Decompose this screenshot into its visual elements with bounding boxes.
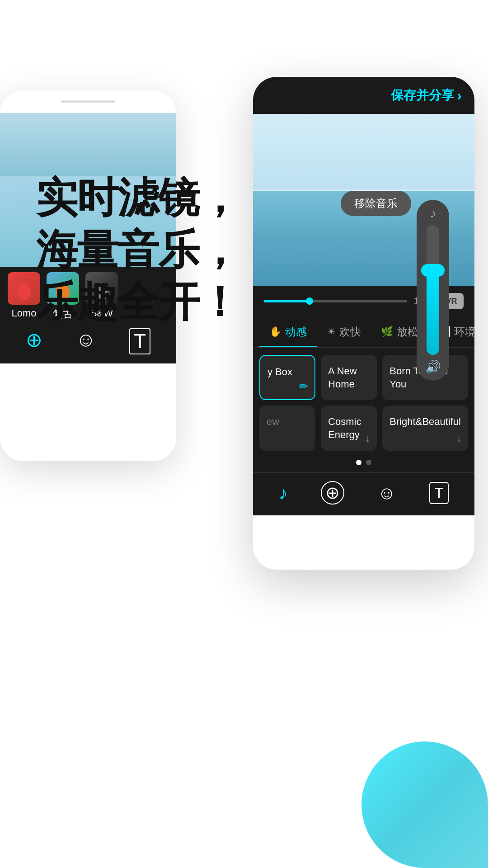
headline-section: 实时滤镜， 海量音乐， 乐趣全开！ ♩♪ [36,172,288,328]
hand-icon: ✋ [269,326,282,338]
download-icon-cosmic: ↓ [365,432,371,444]
music-card-title-bright: Bright&Beautiful [389,415,461,429]
music-card-title-new-home: A New Home [328,365,370,391]
balloon-icon-lomo [17,283,31,300]
toolbar-effects-icon: ⊕ [321,481,344,505]
filter-thumb-lomo [8,272,40,305]
headline-line1: 实时滤镜， [36,172,288,224]
music-card-title-cosmic: Cosmic Energy [328,415,370,441]
status-bar-bg [0,90,176,113]
dot-2 [366,460,371,465]
progress-handle[interactable] [306,297,313,305]
save-share-label: 保存并分享 [391,87,454,104]
app-header: 保存并分享 › [253,77,474,114]
headline-line2: 海量音乐， [36,224,288,276]
filter-label-lomo: Lomo [11,307,36,319]
music-card-title-mystery-box: y Box [267,366,307,379]
headline-line3: 乐趣全开！ ♩♪ [36,276,288,328]
progress-track[interactable] [264,300,407,302]
bottom-toolbar: ♪ ⊕ ☺ T [253,472,474,515]
speaker-icon: 🔊 [425,359,441,374]
color-adjust-icon[interactable]: ⊕ [26,328,42,354]
music-card-new[interactable]: ew [259,406,315,451]
bg-decoration [361,741,488,868]
toolbar-effects-button[interactable]: ⊕ [321,481,344,505]
toolbar-text-icon: T [429,482,449,504]
remove-music-label: 移除音乐 [354,197,398,209]
edit-icon: ✏ [299,380,308,393]
tab-ambient-label: 环境音 [454,325,474,339]
volume-slider[interactable]: ♪ 🔊 [417,200,449,381]
status-indicator [61,100,115,103]
progress-fill [264,300,310,302]
dot-1 [356,460,361,465]
leaf-icon: 🌿 [381,326,393,338]
toolbar-emoji-icon: ☺ [377,483,396,503]
sun-icon: ☀ [327,326,336,338]
music-card-bright-beautiful[interactable]: Bright&Beautiful ↓ [382,406,468,451]
download-icon-bright: ↓ [456,432,462,444]
phone-foreground: 保存并分享 › 移除音乐 ♪ 🔊 1:23 VR ✋ [253,77,474,570]
volume-track [427,225,439,355]
volume-handle[interactable] [421,264,445,277]
music-card-mystery-box[interactable]: y Box ✏ [259,355,315,400]
tab-relaxed-label: 放松 [397,325,418,339]
save-share-arrow-icon: › [457,87,462,104]
pagination-dots [253,455,474,472]
tab-dynamic-label: 动感 [285,325,307,339]
emoji-icon[interactable]: ☺ [76,328,96,354]
music-card-new-home[interactable]: A New Home [321,355,377,400]
tab-happy[interactable]: ☀ 欢快 [317,316,371,347]
tab-dynamic[interactable]: ✋ 动感 [259,316,317,347]
toolbar-text-button[interactable]: T [429,482,449,504]
toolbar-music-button[interactable]: ♪ [279,483,288,503]
remove-music-button[interactable]: 移除音乐 [341,191,411,216]
text-icon[interactable]: T [129,328,150,354]
volume-fill [427,270,439,355]
music-card-title-new: ew [267,415,308,429]
toolbar-emoji-button[interactable]: ☺ [377,483,396,503]
tab-happy-label: 欢快 [339,325,361,339]
toolbar-music-icon: ♪ [279,483,288,503]
save-share-button[interactable]: 保存并分享 › [391,87,462,104]
music-card-cosmic-energy[interactable]: Cosmic Energy ↓ [321,406,377,451]
music-note-slider-icon: ♪ [430,206,436,221]
